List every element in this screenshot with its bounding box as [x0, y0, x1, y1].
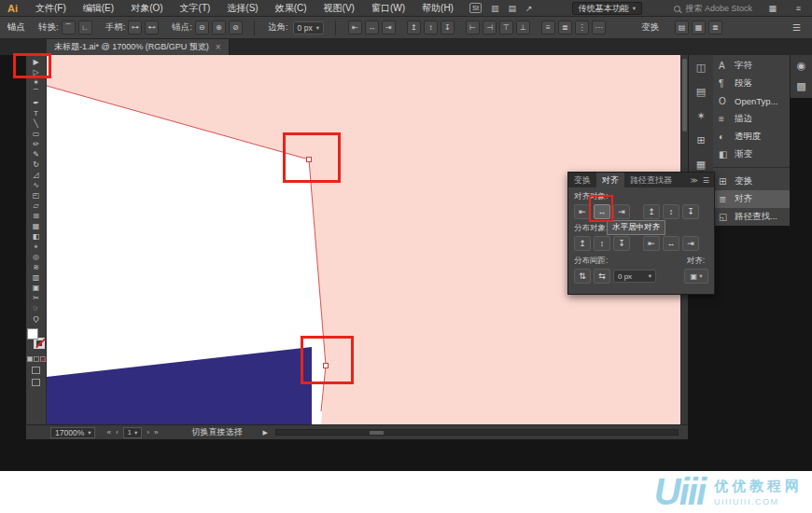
- align-button[interactable]: ↕: [424, 21, 438, 35]
- controlbar-option-button[interactable]: ▤: [675, 21, 689, 35]
- dock-panel-item[interactable]: ◱ 路径查找...: [713, 208, 790, 226]
- horizontal-scrollbar-thumb[interactable]: [370, 431, 384, 435]
- menu-item[interactable]: 窗口(W): [363, 0, 413, 17]
- align-object-button[interactable]: ⇥: [613, 204, 630, 219]
- type-tool[interactable]: T: [27, 108, 46, 118]
- scale-tool[interactable]: ◿: [27, 170, 46, 180]
- spacing-value-dropdown[interactable]: 0 px ▾: [613, 270, 656, 283]
- menu-item[interactable]: 文字(T): [172, 0, 219, 17]
- dock-panel-item[interactable]: ≡ 描边: [713, 110, 790, 128]
- menubar-tool-icon[interactable]: ▤: [509, 4, 517, 13]
- width-tool[interactable]: ∿: [27, 180, 46, 190]
- tab-transform[interactable]: 变换: [568, 173, 596, 187]
- menu-item[interactable]: 帮助(H): [413, 0, 462, 17]
- dock-panel-item[interactable]: ≣ 对齐: [713, 190, 790, 208]
- controlbar-option-button[interactable]: ≣: [708, 21, 722, 35]
- rectangle-tool[interactable]: ▭: [27, 129, 46, 139]
- panel-icon[interactable]: ◉: [797, 55, 806, 76]
- controlbar-option-button[interactable]: ▦: [692, 21, 706, 35]
- menubar-tool-icon[interactable]: ↗: [525, 4, 533, 13]
- distribute-object-button[interactable]: ⇥: [682, 236, 699, 251]
- vertical-scrollbar-thumb[interactable]: [682, 59, 687, 132]
- align-button[interactable]: ≣: [558, 21, 572, 35]
- pen-tool[interactable]: ✒: [27, 98, 46, 108]
- free-transform-tool[interactable]: ◰: [27, 190, 46, 201]
- dock-panel-item[interactable]: ◐ 透明度: [713, 128, 790, 146]
- adobe-stock-icon[interactable]: St: [469, 3, 482, 13]
- align-to-dropdown[interactable]: ▣ ▾: [684, 269, 708, 284]
- panel-menu-icon[interactable]: ☰: [703, 176, 709, 185]
- align-button[interactable]: ⊣: [483, 21, 497, 35]
- align-object-button[interactable]: ↧: [682, 204, 699, 219]
- zoom-tool[interactable]: Ϙ: [27, 313, 46, 324]
- first-artboard-icon[interactable]: «: [106, 428, 110, 437]
- artboard-tool[interactable]: ▣: [27, 283, 46, 293]
- menubar-menu-icon[interactable]: ≡: [796, 4, 801, 13]
- previous-artboard-icon[interactable]: ‹: [116, 428, 119, 437]
- menu-item[interactable]: 效果(C): [267, 0, 315, 17]
- distribute-object-button[interactable]: ↔: [663, 236, 679, 251]
- draw-mode-button[interactable]: [32, 367, 40, 374]
- lasso-tool[interactable]: ⌒: [27, 88, 46, 98]
- anchor-option-button[interactable]: ⊘: [229, 21, 243, 35]
- status-play-icon[interactable]: ▶: [262, 429, 267, 437]
- align-button[interactable]: ↧: [441, 21, 455, 35]
- zoom-level-dropdown[interactable]: 17000% ▾: [50, 427, 95, 438]
- anchor-option-button[interactable]: ⊖: [195, 21, 209, 35]
- panel-icon[interactable]: ◫: [696, 55, 706, 79]
- align-button[interactable]: ≡: [541, 21, 555, 35]
- close-icon[interactable]: ×: [216, 42, 221, 52]
- magic-wand-tool[interactable]: ✶: [27, 77, 46, 88]
- blend-tool[interactable]: ◎: [27, 252, 46, 262]
- menu-item[interactable]: 编辑(E): [75, 0, 122, 17]
- menu-item[interactable]: 文件(F): [27, 0, 75, 17]
- workspace-switcher[interactable]: 传统基本功能 ▾: [572, 2, 642, 15]
- panel-icon[interactable]: ▤: [696, 79, 706, 104]
- panel-icon[interactable]: ▩: [796, 76, 805, 96]
- line-segment-tool[interactable]: ╲: [27, 118, 46, 129]
- dock-panel-item[interactable]: A 字符: [713, 57, 790, 75]
- column-graph-tool[interactable]: ▥: [27, 272, 46, 283]
- tab-pathfinder[interactable]: 路径查找器: [624, 173, 678, 187]
- mesh-tool[interactable]: ▦: [27, 221, 46, 231]
- align-object-button[interactable]: ↕: [663, 204, 679, 219]
- align-button[interactable]: ⊢: [466, 21, 480, 35]
- handle-option-button[interactable]: ⊷: [145, 21, 159, 35]
- perspective-grid-tool[interactable]: ⊞: [27, 211, 46, 221]
- screen-mode-button[interactable]: [32, 379, 40, 386]
- pencil-tool[interactable]: ✎: [27, 149, 46, 159]
- document-tab[interactable]: 未标题-1.ai* @ 17000% (RGB/GPU 预览) ×: [47, 39, 230, 55]
- dock-panel-item[interactable]: ◧ 渐变: [713, 146, 790, 163]
- menubar-tool-icon[interactable]: ▥: [491, 4, 499, 13]
- stock-search[interactable]: 搜索 Adobe Stock: [674, 2, 752, 15]
- convert-anchor-button[interactable]: ⌒: [62, 21, 76, 35]
- align-button[interactable]: ⊥: [516, 21, 530, 35]
- slice-tool[interactable]: ✂: [27, 293, 46, 303]
- artboard-number-field[interactable]: 1 ▾: [123, 427, 143, 438]
- handle-option-button[interactable]: ⊶: [128, 21, 142, 35]
- align-button[interactable]: ⋮: [575, 21, 589, 35]
- align-button[interactable]: ↥: [407, 21, 421, 35]
- paintbrush-tool[interactable]: ✏: [27, 139, 46, 149]
- fill-swatch[interactable]: [27, 328, 38, 340]
- none-button[interactable]: [40, 356, 46, 362]
- eyedropper-tool[interactable]: ⌖: [27, 242, 46, 252]
- transform-link[interactable]: 变换: [641, 21, 659, 34]
- distribute-spacing-button[interactable]: ⇅: [574, 269, 591, 284]
- collapse-icon[interactable]: ≫: [690, 176, 697, 185]
- dock-panel-item[interactable]: O OpenTyp...: [713, 92, 790, 110]
- dock-panel-item[interactable]: ¶ 段落: [713, 75, 790, 92]
- rotate-tool[interactable]: ↻: [27, 159, 46, 170]
- distribute-object-button[interactable]: ↥: [574, 236, 591, 251]
- distribute-object-button[interactable]: ↕: [594, 236, 610, 251]
- horizontal-scrollbar[interactable]: [275, 429, 679, 436]
- distribute-spacing-button[interactable]: ⇆: [594, 269, 610, 284]
- align-button[interactable]: ↔: [365, 21, 379, 35]
- arrange-documents-icon[interactable]: ▦: [768, 4, 777, 13]
- gradient-tool[interactable]: ◧: [27, 231, 46, 242]
- align-object-button[interactable]: ↥: [643, 204, 660, 219]
- convert-anchor-button[interactable]: ∟: [78, 21, 92, 35]
- distribute-object-button[interactable]: ↧: [613, 236, 630, 251]
- align-button[interactable]: ⇥: [382, 21, 396, 35]
- shape-builder-tool[interactable]: ▱: [27, 201, 46, 211]
